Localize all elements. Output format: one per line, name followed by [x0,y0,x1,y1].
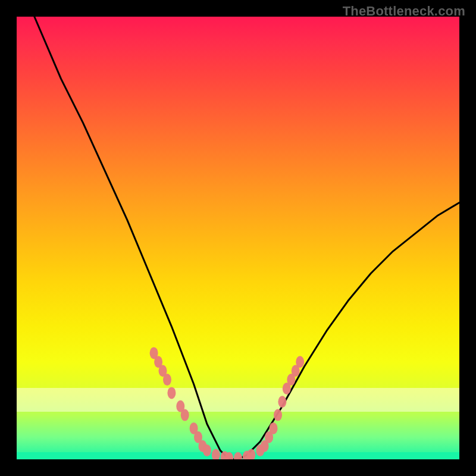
chart-svg [17,17,459,459]
svg-point-3 [163,374,171,386]
svg-point-10 [203,444,211,456]
svg-point-20 [270,422,278,434]
svg-point-16 [247,449,255,459]
svg-point-22 [278,396,286,408]
svg-point-6 [181,409,189,421]
svg-point-26 [296,356,304,368]
svg-point-14 [234,452,242,459]
plot-area [17,17,459,459]
curve-line [35,17,459,459]
svg-point-21 [274,409,282,421]
chart-frame: TheBottleneck.com [0,0,476,476]
data-markers [150,347,305,459]
svg-point-4 [167,387,176,399]
svg-point-11 [212,449,220,459]
